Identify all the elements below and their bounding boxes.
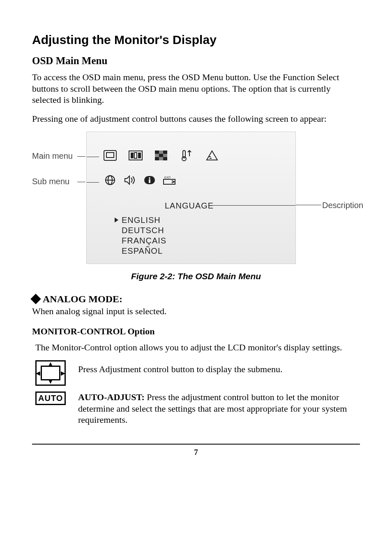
- osd-language-label: LANGUAGE: [165, 201, 214, 211]
- svg-rect-11: [163, 154, 167, 157]
- osd-paragraph-1: To access the OSD main menu, press the O…: [32, 72, 360, 106]
- svg-rect-12: [155, 157, 159, 160]
- audio-icon: [123, 175, 137, 185]
- connector-line: [77, 156, 85, 157]
- svg-rect-0: [104, 151, 116, 160]
- monitor-control-icon: [103, 150, 117, 161]
- color-grid-icon: [154, 150, 168, 161]
- analog-mode-desc: When analog signal input is selected.: [32, 306, 360, 317]
- figure-left-labels: Main menu Sub menu: [32, 132, 86, 264]
- osd-language-list: ENGLISH DEUTSCH FRANÇAIS ESPAÑOL: [115, 215, 166, 256]
- temperature-icon: [180, 150, 194, 161]
- lang-option-francais: FRANÇAIS: [115, 236, 166, 246]
- svg-rect-13: [159, 157, 163, 160]
- arrow-up-icon: ▲: [48, 361, 53, 367]
- svg-rect-4: [134, 153, 137, 158]
- auto-adjust-bold: AUTO-ADJUST:: [78, 392, 145, 402]
- osd-heading: OSD Main Menu: [32, 55, 360, 67]
- arrow-down-icon: ▼: [48, 379, 53, 385]
- page-title: Adjusting the Monitor's Display: [32, 33, 360, 47]
- osd-paragraph-2: Pressing one of adjustment control butto…: [32, 113, 360, 125]
- triangle-marker-icon: [115, 218, 118, 222]
- globe-icon: [103, 175, 117, 185]
- svg-rect-10: [159, 154, 163, 157]
- svg-point-23: [149, 177, 150, 179]
- auto-adjust-text: AUTO-ADJUST: Press the adjustment contro…: [78, 392, 360, 426]
- osd-panel: EXIT LANGUAGE ENGLISH DEUTSCH FRANÇAIS E…: [86, 132, 296, 264]
- svg-rect-14: [163, 157, 167, 160]
- auto-adjust-row: AUTO AUTO-ADJUST: Press the adjustment c…: [35, 392, 360, 426]
- connector-line: [87, 182, 99, 183]
- arrow-right-icon: ▶: [61, 370, 65, 377]
- label-sub-menu: Sub menu: [32, 177, 69, 186]
- connector-line: [296, 205, 321, 205]
- svg-rect-3: [131, 153, 134, 158]
- lang-option-espanol: ESPAÑOL: [115, 246, 166, 256]
- graphic-mode-icon: [205, 150, 219, 161]
- osd-main-menu-row: [103, 150, 219, 161]
- monitor-control-heading: MONITOR-CONTROL Option: [32, 326, 360, 337]
- svg-rect-8: [163, 151, 167, 154]
- figure-right-labels: Description: [296, 132, 360, 264]
- lang-option-english: ENGLISH: [115, 215, 166, 225]
- svg-rect-24: [149, 179, 150, 183]
- svg-rect-1: [106, 153, 114, 158]
- svg-rect-6: [155, 151, 159, 154]
- figure-caption: Figure 2-2: The OSD Main Menu: [32, 271, 360, 281]
- osd-icon: [129, 150, 143, 161]
- monitor-control-large-icon: ▲ ▼ ◀ ▶: [35, 360, 66, 386]
- page-footer: 7: [32, 444, 360, 457]
- press-adjustment-text: Press Adjustment control button to displ…: [78, 360, 360, 375]
- diamond-bullet-icon: [30, 294, 41, 304]
- osd-figure: Main menu Sub menu: [32, 132, 360, 264]
- svg-rect-5: [138, 153, 141, 158]
- svg-rect-9: [155, 154, 159, 157]
- auto-adjust-icon: AUTO: [35, 392, 66, 405]
- press-adjustment-row: ▲ ▼ ◀ ▶ Press Adjustment control button …: [35, 360, 360, 386]
- osd-sub-menu-row: EXIT: [103, 175, 176, 185]
- page-number: 7: [194, 448, 198, 456]
- monitor-control-intro: The Monitor-Control option allows you to…: [35, 342, 360, 353]
- arrow-left-icon: ◀: [36, 370, 40, 377]
- analog-mode-heading: ANALOG MODE:: [32, 294, 360, 305]
- svg-rect-7: [159, 151, 163, 154]
- exit-icon: EXIT: [162, 175, 176, 185]
- connector-line: [210, 205, 295, 206]
- svg-point-16: [182, 157, 186, 161]
- lang-option-deutsch: DEUTSCH: [115, 225, 166, 236]
- connector-line: [77, 182, 85, 182]
- page-root: Adjusting the Monitor's Display OSD Main…: [0, 0, 392, 473]
- label-description: Description: [322, 201, 363, 210]
- connector-line: [87, 157, 99, 157]
- info-icon: [143, 175, 157, 185]
- label-main-menu: Main menu: [32, 151, 73, 161]
- svg-text:EXIT: EXIT: [164, 176, 171, 179]
